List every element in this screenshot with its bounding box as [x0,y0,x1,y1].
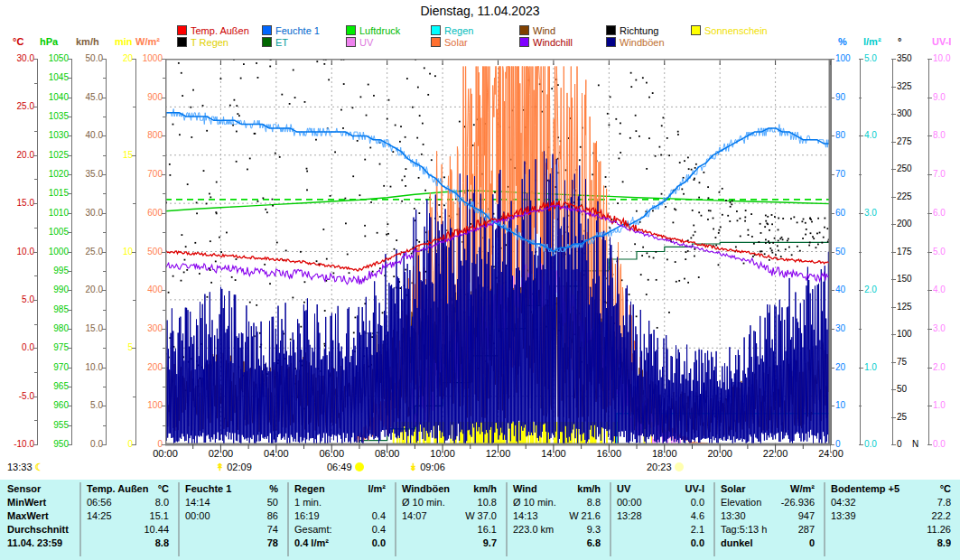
axis-tick-label-dir: 250 [897,164,927,173]
x-axis-label: 16:00 [591,448,627,459]
table-col-unit: UV-I [650,483,704,495]
x-axis-label: 22:00 [758,448,794,459]
summary-table: SensorMinWertMaxWertDurchschnitt11.04. 2… [0,480,960,560]
table-cell-value: 0.4 [322,524,386,536]
axis-tick-label-solar: 600 [129,209,163,218]
table-row-label: MaxWert [7,510,49,522]
axis-tick-label-solar: 300 [129,324,163,333]
axis-tick-label-hPa: 1000 [35,247,69,257]
table-row-label: Sensor [7,483,41,495]
table-cell-time: 00:00 [185,510,210,522]
table-cell-value: 8.8 [537,497,601,509]
table-separator [178,482,180,556]
x-axis-label: 02:00 [202,448,238,459]
axis-tick-label-uv: 6.0 [933,209,960,218]
table-col-name: UV [617,483,630,495]
axis-tick [927,98,932,98]
table-cell-value: 287 [751,524,815,536]
axis-tick-label-temp: 25.0 [1,102,34,111]
x-axis-label: 04:00 [258,448,294,459]
table-col-unit: °C [897,483,951,495]
axis-tick-label-solar: 700 [129,170,163,179]
axis-tick [68,117,72,117]
axis-tick-label-uv: 2.0 [933,363,960,372]
axis-tick [68,232,72,233]
axis-minor-tick [34,179,37,180]
table-cell-time: 14:07 [402,510,427,522]
axis-tick-label-dir: 150 [897,275,927,284]
astro-time-label: 13:33 [7,462,33,472]
axis-minor-tick [103,425,106,426]
axis-tick [891,59,896,60]
plot-area [165,59,831,456]
table-cell-value: 86 [215,510,278,522]
axis-minor-tick [103,193,106,194]
table-separator [824,482,825,556]
table-cell-time: 13:28 [617,510,642,522]
axis-tick-label-hPa: 955 [35,421,69,430]
axis-tick-label-wind: 30.0 [70,209,103,218]
table-cell-value: 9.3 [537,524,601,536]
axis-minor-tick [103,387,106,387]
axis-tick [102,174,107,175]
axis-minor-tick [133,107,135,107]
table-cell-value: 0.0 [641,537,704,549]
axis-minor-tick [103,78,106,79]
axis-header-wind: km/h [76,36,99,47]
axis-tick [927,59,932,60]
axis-tick-label-hPa: 985 [35,305,69,314]
chart-canvas [165,59,831,456]
axis-tick [859,213,863,214]
axis-tick-label-rain: 1.0 [864,363,895,372]
table-cell-value: 0.0 [641,497,704,509]
axis-tick [859,290,863,291]
axis-tick-label-hPa: 1025 [35,151,69,160]
table-cell-value: 8.8 [106,537,169,549]
axis-tick [132,348,136,349]
axis-tick-label-hPa: 1030 [35,131,69,140]
axis-tick [891,389,896,390]
axis-tick-label-uv: 7.0 [933,170,960,179]
axis-tick [68,310,72,311]
axis-tick-label-temp: -5.0 [1,392,34,401]
moonrise-icon: ↟ [216,462,224,472]
sunset-icon [675,462,684,471]
axis-tick-label-temp: 15.0 [1,199,34,208]
axis-header-hPa: hPa [40,36,58,47]
axis-tick [33,300,38,301]
axis-tick-label-hPa: 995 [35,266,69,275]
axis-tick-label-uv: 10.0 [933,54,960,63]
axis-tick-label-hPa: 1020 [35,170,69,179]
axis-minor-tick [34,275,37,276]
axis-tick [891,87,896,88]
astro-time-label: 02:09 [227,462,252,472]
axis-tick [891,114,896,115]
table-col-name: Solar [721,483,746,495]
axis-tick [68,271,72,272]
table-cell-value: 22.2 [888,510,951,522]
axis-tick-label-temp: 5.0 [1,295,34,304]
table-cell-time: 14:13 [513,510,538,522]
axis-tick [859,368,863,369]
axis-tick [891,362,896,363]
table-cell-value: 74 [215,524,278,536]
axis-minor-tick [859,329,862,330]
axis-tick [68,155,72,156]
axis-header-hum: % [838,36,847,47]
axis-tick-label-rain: 3.0 [864,209,895,218]
axis-tick-label-rain: 5.0 [864,54,895,63]
axis-tick-label-dir: 300 [897,109,927,118]
axis-tick-label-dir: 325 [897,82,927,91]
axis-tick-label-hPa: 1005 [35,228,69,237]
axis-tick [891,224,896,225]
axis-tick [891,417,896,418]
table-cell-value: 0 [751,537,815,549]
table-cell-value: 947 [751,510,815,522]
axis-tick-label-dir: 25 [897,413,927,422]
axis-tick-label-dir: 225 [897,192,927,201]
axis-tick-label-wind: 45.0 [70,93,103,102]
x-axis-label: 08:00 [369,448,405,459]
axis-tick [132,155,136,156]
table-cell-value: 8.0 [106,497,169,509]
axis-tick-label-min: 15 [99,151,133,160]
